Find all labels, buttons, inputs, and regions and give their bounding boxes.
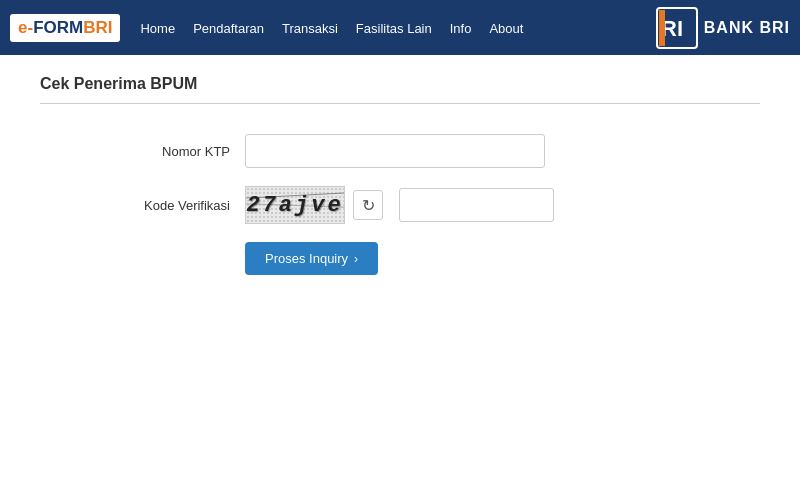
proses-inquiry-button[interactable]: Proses Inquiry › [245,242,378,275]
bank-bri-text: BANK BRI [704,19,790,37]
captcha-row: 27ajve ↻ [245,186,554,224]
bank-bri-logo: RI BANK BRI [656,7,790,49]
navbar: e-FORMBRI Home Pendaftaran Transaksi Fas… [0,0,800,55]
proses-inquiry-label: Proses Inquiry [265,251,348,266]
logo-e: e- [18,18,33,37]
main-content: Cek Penerima BPUM Nomor KTP Kode Verifik… [0,55,800,500]
nav-item-pendaftaran[interactable]: Pendaftaran [193,19,264,37]
nav-links: Home Pendaftaran Transaksi Fasilitas Lai… [140,19,523,37]
nav-item-home[interactable]: Home [140,19,175,37]
logo-bri: BRI [83,18,112,37]
captcha-text: 27ajve [246,193,343,218]
refresh-captcha-button[interactable]: ↻ [353,190,383,220]
svg-rect-2 [659,10,665,46]
nav-item-about[interactable]: About [489,19,523,37]
logo-form: FORM [33,18,83,37]
page-title: Cek Penerima BPUM [40,75,760,104]
nomor-ktp-input[interactable] [245,134,545,168]
kode-verifikasi-label: Kode Verifikasi [100,198,230,213]
bri-icon: RI [656,7,698,49]
nav-item-fasilitas-lain[interactable]: Fasilitas Lain [356,19,432,37]
nav-item-info[interactable]: Info [450,19,472,37]
captcha-image: 27ajve [245,186,345,224]
captcha-input[interactable] [399,188,554,222]
nomor-ktp-row: Nomor KTP [100,134,760,168]
nomor-ktp-label: Nomor KTP [100,144,230,159]
kode-verifikasi-row: Kode Verifikasi 27ajve ↻ [100,186,760,224]
form-section: Nomor KTP Kode Verifikasi 27ajve ↻ Prose… [40,134,760,275]
logo[interactable]: e-FORMBRI [10,14,120,42]
chevron-right-icon: › [354,252,358,266]
nav-item-transaksi[interactable]: Transaksi [282,19,338,37]
